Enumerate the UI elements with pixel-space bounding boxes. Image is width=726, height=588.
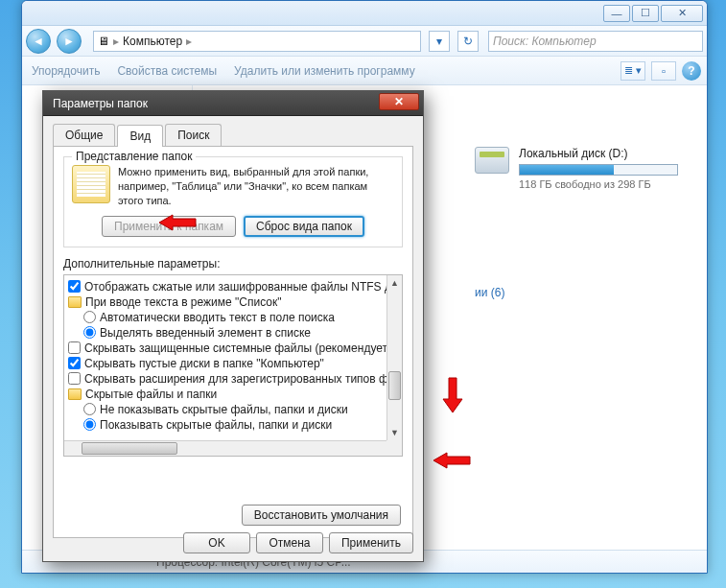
apply-button[interactable]: Применить <box>329 532 413 553</box>
tab-search[interactable]: Поиск <box>165 124 222 146</box>
dialog-footer: OK Отмена Применить <box>43 532 413 553</box>
setting-label: Не показывать скрытые файлы, папки и дис… <box>100 403 348 416</box>
hard-disk-icon <box>475 147 509 174</box>
setting-item[interactable]: Автоматически вводить текст в поле поиск… <box>66 310 385 325</box>
radio[interactable] <box>83 418 96 431</box>
folder-options-dialog: Параметры папок ✕ Общие Вид Поиск Предст… <box>42 90 424 562</box>
scroll-down-icon[interactable]: ▼ <box>387 425 402 440</box>
folder-icon <box>68 296 82 308</box>
folder-views-group: Представление папок Можно применить вид,… <box>63 156 403 247</box>
breadcrumb-sep-icon: ▸ <box>186 35 192 48</box>
checkbox[interactable] <box>68 372 81 385</box>
help-icon[interactable]: ? <box>682 61 701 81</box>
close-button[interactable]: ✕ <box>661 5 703 22</box>
setting-label: Выделять введенный элемент в списке <box>100 326 311 340</box>
scroll-thumb[interactable] <box>388 371 401 400</box>
reset-folders-button[interactable]: Сброс вида папок <box>244 216 364 237</box>
group-label: Представление папок <box>72 150 196 163</box>
preview-pane-button[interactable]: ▫ <box>651 61 676 81</box>
setting-label: Скрытые файлы и папки <box>85 388 217 401</box>
setting-item[interactable]: Скрывать защищенные системные файлы (рек… <box>66 341 385 356</box>
setting-label: Показывать скрытые файлы, папки и диски <box>100 418 332 432</box>
checkbox[interactable] <box>68 357 81 369</box>
radio[interactable] <box>83 311 96 323</box>
setting-item[interactable]: Показывать скрытые файлы, папки и диски <box>66 417 385 433</box>
breadcrumb-root[interactable]: Компьютер <box>123 35 182 48</box>
toolbar-organize[interactable]: Упорядочить <box>32 64 100 78</box>
restore-defaults-button[interactable]: Восстановить умолчания <box>242 505 401 526</box>
refresh-button[interactable]: ↻ <box>457 31 479 52</box>
setting-label: Скрывать пустые диски в папке "Компьютер… <box>84 357 324 370</box>
setting-item[interactable]: При вводе текста в режиме "Список" <box>66 294 385 310</box>
category-label[interactable]: ии (6) <box>475 286 693 299</box>
setting-label: Скрывать защищенные системные файлы (рек… <box>84 341 386 355</box>
disk-name: Локальный диск (D:) <box>519 147 678 160</box>
scroll-up-icon[interactable]: ▲ <box>387 275 402 291</box>
apply-to-folders-button[interactable]: Применить к папкам <box>102 216 236 237</box>
breadcrumb-sep-icon: ▸ <box>113 35 119 48</box>
setting-item[interactable]: Не показывать скрытые файлы, папки и дис… <box>66 402 385 417</box>
vertical-scrollbar[interactable]: ▲ ▼ <box>386 275 402 440</box>
ok-button[interactable]: OK <box>183 532 250 553</box>
checkbox[interactable] <box>68 341 81 354</box>
group-description: Можно применить вид, выбранный для этой … <box>118 165 394 208</box>
setting-item[interactable]: Выделять введенный элемент в списке <box>66 325 385 341</box>
computer-icon: 🖥 <box>98 35 109 48</box>
search-input[interactable]: Поиск: Компьютер <box>488 31 703 52</box>
nav-back-button[interactable]: ◄ <box>26 29 51 54</box>
setting-label: Отображать сжатые или зашифрованные файл… <box>84 280 386 294</box>
address-bar[interactable]: 🖥 ▸ Компьютер ▸ <box>93 31 421 52</box>
minimize-button[interactable]: — <box>603 5 630 22</box>
advanced-settings-label: Дополнительные параметры: <box>63 257 403 270</box>
navigation-bar: ◄ ► 🖥 ▸ Компьютер ▸ ▾ ↻ Поиск: Компьютер <box>22 26 707 57</box>
advanced-settings-list: Отображать сжатые или зашифрованные файл… <box>63 274 403 457</box>
setting-label: При вводе текста в режиме "Список" <box>85 295 282 309</box>
tab-panel-view: Представление папок Можно применить вид,… <box>53 147 413 538</box>
dialog-titlebar[interactable]: Параметры папок ✕ <box>43 91 423 116</box>
scroll-corner <box>386 440 402 456</box>
folder-views-icon <box>72 165 110 203</box>
radio[interactable] <box>83 403 96 415</box>
hscroll-thumb[interactable] <box>82 442 177 455</box>
window-titlebar[interactable]: — ☐ ✕ <box>22 1 707 26</box>
setting-item[interactable]: Скрывать расширения для зарегистрированн… <box>66 371 385 387</box>
radio[interactable] <box>83 326 96 339</box>
tab-strip: Общие Вид Поиск <box>53 124 413 147</box>
setting-label: Автоматически вводить текст в поле поиск… <box>100 311 335 324</box>
tab-general[interactable]: Общие <box>53 124 115 146</box>
dialog-title: Параметры папок <box>53 97 148 110</box>
maximize-button[interactable]: ☐ <box>632 5 659 22</box>
horizontal-scrollbar[interactable] <box>64 440 386 456</box>
checkbox[interactable] <box>68 280 81 293</box>
disk-item[interactable]: Локальный диск (D:) 118 ГБ свободно из 2… <box>475 147 693 190</box>
view-mode-button[interactable]: ≣ ▾ <box>621 61 645 81</box>
setting-item[interactable]: Отображать сжатые или зашифрованные файл… <box>66 279 385 294</box>
dialog-close-button[interactable]: ✕ <box>379 93 419 110</box>
disk-free-text: 118 ГБ свободно из 298 ГБ <box>519 178 678 190</box>
tab-view[interactable]: Вид <box>117 125 163 147</box>
command-toolbar: Упорядочить Свойства системы Удалить или… <box>22 57 707 85</box>
setting-label: Скрывать расширения для зарегистрированн… <box>84 372 386 386</box>
toolbar-properties[interactable]: Свойства системы <box>117 64 217 78</box>
address-dropdown-button[interactable]: ▾ <box>429 31 450 52</box>
cancel-button[interactable]: Отмена <box>256 532 323 553</box>
toolbar-uninstall[interactable]: Удалить или изменить программу <box>234 64 415 78</box>
setting-item[interactable]: Скрывать пустые диски в папке "Компьютер… <box>66 356 385 371</box>
nav-forward-button[interactable]: ► <box>57 29 82 54</box>
setting-item[interactable]: Скрытые файлы и папки <box>66 387 385 402</box>
folder-icon <box>68 388 82 400</box>
disk-usage-bar <box>519 164 678 176</box>
